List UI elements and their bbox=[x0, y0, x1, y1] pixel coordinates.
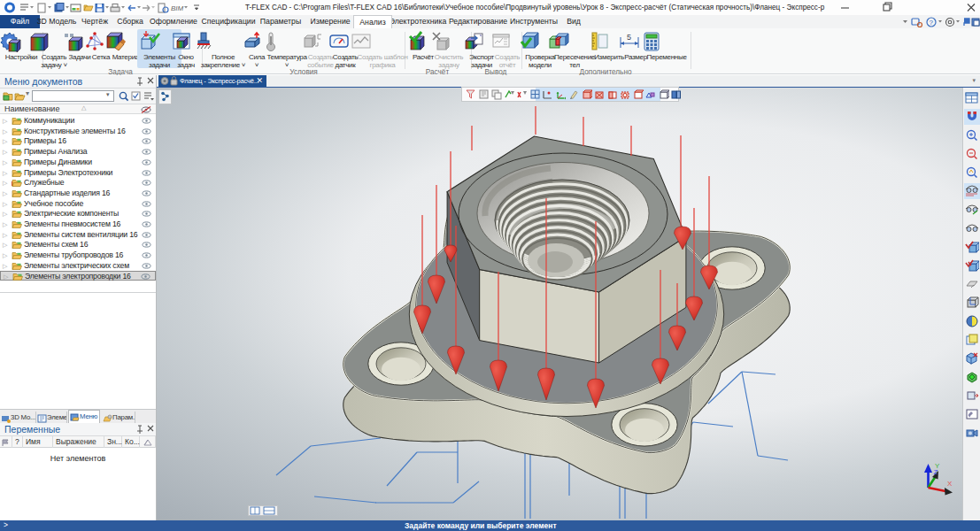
svg-text:X: X bbox=[947, 480, 953, 488]
svg-text:Z: Z bbox=[934, 468, 938, 476]
